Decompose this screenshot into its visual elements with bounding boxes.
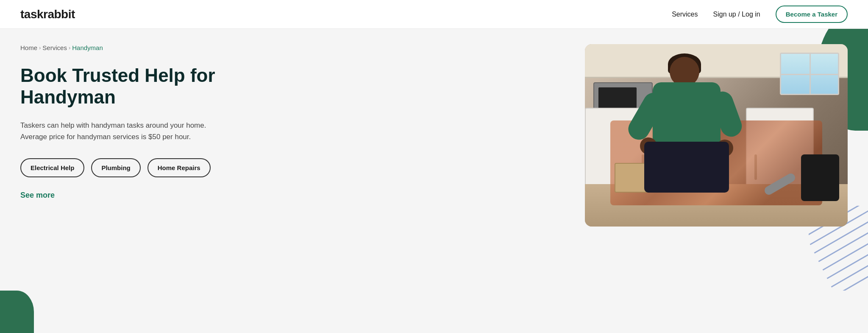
main-nav: Services Sign up / Log in Become a Taske… — [672, 6, 848, 23]
nav-signup[interactable]: Sign up / Log in — [713, 11, 760, 18]
breadcrumb-chevron-2: › — [69, 45, 70, 51]
breadcrumb-home[interactable]: Home — [20, 44, 37, 51]
hero-image — [585, 44, 848, 227]
tool-bag — [801, 154, 839, 201]
service-buttons-group: Electrical Help Plumbing Home Repairs — [20, 158, 215, 177]
breadcrumb-current[interactable]: Handyman — [72, 44, 103, 51]
site-header: taskrabbit Services Sign up / Log in Bec… — [0, 0, 868, 29]
become-tasker-button[interactable]: Become a Tasker — [776, 6, 848, 23]
hero-description: Taskers can help with handyman tasks aro… — [20, 120, 215, 143]
service-btn-home-repairs[interactable]: Home Repairs — [147, 158, 211, 177]
person-silhouette — [636, 57, 746, 201]
kitchen-window — [780, 53, 839, 95]
hero-title: Book Trusted Help for Handyman — [20, 65, 215, 108]
hero-title-line1: Book Trusted Help for — [20, 65, 215, 86]
breadcrumb-chevron-1: › — [39, 45, 41, 51]
main-content: Home › Services › Handyman Book Trusted … — [0, 29, 868, 333]
hero-right-section — [215, 44, 848, 227]
site-logo[interactable]: taskrabbit — [20, 8, 75, 21]
breadcrumb: Home › Services › Handyman — [20, 44, 215, 51]
hero-left-section: Home › Services › Handyman Book Trusted … — [20, 44, 215, 200]
service-btn-electrical[interactable]: Electrical Help — [20, 158, 84, 177]
see-more-link[interactable]: See more — [20, 191, 55, 200]
service-btn-plumbing[interactable]: Plumbing — [91, 158, 140, 177]
hero-title-line2: Handyman — [20, 87, 116, 107]
person-lap — [644, 142, 729, 193]
window-divider-v — [810, 54, 811, 94]
breadcrumb-services[interactable]: Services — [42, 44, 67, 51]
person-torso — [653, 82, 721, 150]
decorative-green-blob-bottom — [0, 291, 34, 333]
nav-services[interactable]: Services — [672, 11, 698, 18]
image-background — [585, 44, 848, 227]
